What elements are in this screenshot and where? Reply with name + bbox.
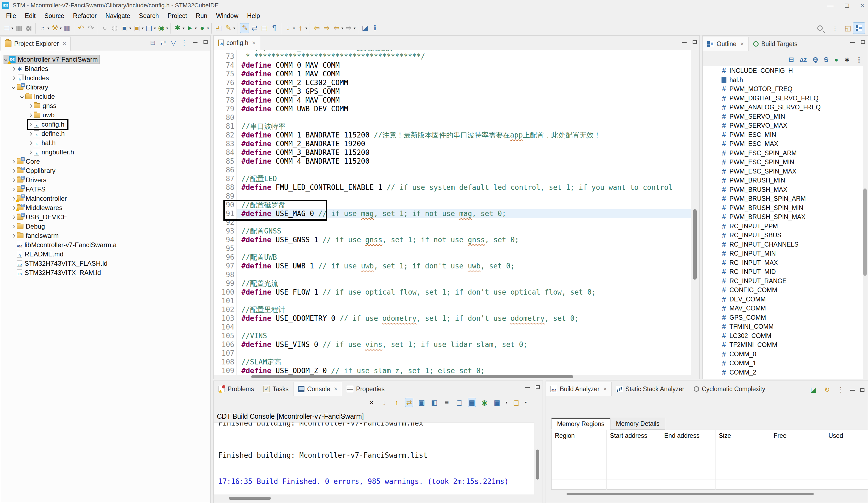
dropdown-icon[interactable]: ▾ <box>505 400 507 404</box>
show-next-icon[interactable]: ↓ <box>380 398 388 407</box>
tree-item[interactable]: Debug <box>0 222 210 231</box>
tab-console[interactable]: Console× <box>293 382 342 396</box>
open-perspective-icon[interactable]: ◱ <box>843 23 852 33</box>
word-wrap-icon[interactable]: ≡ <box>443 398 451 407</box>
link-selection-icon[interactable]: ◪ <box>809 385 817 394</box>
outline-item[interactable]: #COMM_0 <box>703 350 864 359</box>
dropdown-icon[interactable]: ▾ <box>166 26 168 30</box>
maximize-window-icon[interactable]: □ <box>845 2 849 9</box>
tab-outline[interactable]: Outline × <box>703 37 748 51</box>
tab-build-analyzer[interactable]: 010Build Analyzer× <box>546 382 612 396</box>
maximize-view-icon[interactable] <box>204 40 208 44</box>
close-icon[interactable]: × <box>334 386 338 392</box>
menu-navigate[interactable]: Navigate <box>101 11 135 21</box>
open-console-icon[interactable]: ▢ <box>512 398 520 407</box>
open-console-monitor-icon[interactable]: ▣ <box>417 398 426 407</box>
outline-item[interactable]: #PWM_MOTOR_FREQ <box>703 84 864 94</box>
outline-item[interactable]: #PWM_SERVO_MIN <box>703 112 864 121</box>
tree-item[interactable]: CDrivers <box>0 175 210 185</box>
tree-item[interactable]: 010libMcontroller-v7-FanciSwarm.a <box>0 240 210 249</box>
outline-item[interactable]: #GPS_COMM <box>703 313 864 322</box>
outline-item[interactable]: #RC_INPUT_CHANNELS <box>703 240 864 249</box>
tree-item[interactable]: hhal.h <box>0 138 210 147</box>
terminate-icon[interactable]: × <box>368 398 376 407</box>
tree-item[interactable]: {}README.md <box>0 249 210 259</box>
outline-item[interactable]: #PWM_ANALOG_SERVO_FREQ <box>703 103 864 112</box>
tab-cyclomatic-complexity[interactable]: Cyclomatic Complexity <box>689 382 770 396</box>
chevron-down-icon[interactable] <box>4 58 7 61</box>
tree-item[interactable]: LDSTM32H743VITX_FLASH.ld <box>0 259 210 268</box>
goto-line-icon[interactable]: ↑ <box>296 23 305 33</box>
tab-project-explorer[interactable]: Project Explorer × <box>0 37 71 51</box>
chevron-right-icon[interactable] <box>29 141 32 145</box>
binary-icon[interactable]: ▥ <box>62 23 72 33</box>
memory-table-hscrollbar[interactable] <box>551 493 865 496</box>
toggle-highlight-icon[interactable]: ✎ <box>240 23 249 33</box>
outline-item[interactable]: #PWM_ESC_MAX <box>703 140 864 148</box>
chevron-right-icon[interactable] <box>12 234 15 238</box>
hide-inactive-icon[interactable]: ∗ <box>844 56 850 63</box>
tree-item[interactable]: CCore <box>0 157 210 166</box>
chevron-right-icon[interactable] <box>12 76 15 80</box>
chevron-right-icon[interactable] <box>12 178 15 182</box>
device-configuration-icon[interactable]: ◔ <box>38 23 47 33</box>
minimize-view-icon[interactable] <box>850 389 855 391</box>
pin-editor-icon[interactable]: ◪ <box>360 23 370 33</box>
close-icon[interactable]: × <box>603 386 607 392</box>
outline-item[interactable]: #PWM_ESC_SPIN_MIN <box>703 158 864 167</box>
tree-item[interactable]: fanciswarm <box>0 231 210 240</box>
dropdown-icon[interactable]: ▾ <box>525 400 527 404</box>
outline-item[interactable]: #TF2MINI_COMM <box>703 340 864 349</box>
chevron-right-icon[interactable] <box>29 151 32 154</box>
outline-item[interactable]: #PWM_ESC_MIN <box>703 130 864 140</box>
refresh-icon[interactable]: ↻ <box>823 385 831 394</box>
collapse-all-icon[interactable]: ⊟ <box>150 39 155 47</box>
build-icon[interactable]: ⚒ <box>50 23 60 33</box>
outline-item[interactable]: #COMM_2 <box>703 368 864 377</box>
menu-refactor[interactable]: Refactor <box>69 11 101 21</box>
dropdown-icon[interactable]: ▾ <box>305 26 307 30</box>
view-menu-icon[interactable]: ⋮ <box>181 39 187 47</box>
show-list-icon[interactable]: ▤ <box>260 23 269 33</box>
link-editor-icon[interactable]: ⇄ <box>250 23 259 33</box>
tab-memory-regions[interactable]: Memory Regions <box>551 418 610 430</box>
tab-config-h[interactable]: .h config.h × <box>214 36 260 50</box>
tab-tasks[interactable]: Tasks <box>259 382 293 396</box>
maximize-view-icon[interactable] <box>861 40 865 44</box>
hide-macros-icon[interactable]: Q <box>813 56 818 63</box>
tree-item[interactable]: include <box>0 92 210 101</box>
view-menu-icon[interactable]: ⋮ <box>856 56 862 63</box>
tab-problems[interactable]: Problems <box>214 382 259 396</box>
chevron-right-icon[interactable] <box>29 123 32 126</box>
open-element-icon[interactable]: ◰ <box>214 23 223 33</box>
clear-console-icon[interactable]: ▢ <box>455 398 464 407</box>
view-menu-icon[interactable]: ⋮ <box>837 385 845 394</box>
filter-icon[interactable]: ▽ <box>171 39 176 47</box>
chevron-down-icon[interactable] <box>20 95 24 99</box>
save-icon[interactable]: ▦ <box>14 23 23 33</box>
search-dim-icon[interactable]: ○ <box>100 23 110 33</box>
undo-icon[interactable]: ↶ <box>76 23 86 33</box>
menu-source[interactable]: Source <box>40 11 69 21</box>
tab-properties[interactable]: Properties <box>342 382 389 396</box>
outline-item[interactable]: #COMM_1 <box>703 359 864 368</box>
debug-icon[interactable]: ✱ <box>173 23 182 33</box>
outline-item[interactable]: #RC_INPUT_MIN <box>703 249 864 258</box>
dropdown-icon[interactable]: ▾ <box>48 26 49 30</box>
minimize-window-icon[interactable]: — <box>827 2 833 9</box>
maximize-view-icon[interactable] <box>693 40 697 44</box>
tree-item[interactable]: hIncludes <box>0 73 210 83</box>
swap-console-icon[interactable]: ⇄ <box>405 398 413 407</box>
editor-scrollbar[interactable] <box>691 50 700 375</box>
outline-item[interactable]: #PWM_BRUSH_SPIN_MIN <box>703 204 864 213</box>
outline-item[interactable]: #DEV_COMM <box>703 295 864 304</box>
minimize-view-icon[interactable] <box>525 387 530 388</box>
outline-item[interactable]: #MAV_COMM <box>703 304 864 313</box>
pin-console-icon[interactable]: ◉ <box>480 398 488 407</box>
menu-edit[interactable]: Edit <box>20 11 40 21</box>
chevron-right-icon[interactable] <box>12 197 15 201</box>
tree-item[interactable]: CCpplibrary <box>0 166 210 175</box>
chevron-right-icon[interactable] <box>29 104 32 108</box>
chevron-right-icon[interactable] <box>12 188 15 191</box>
tree-item[interactable]: hringbuffer.h <box>0 147 210 157</box>
